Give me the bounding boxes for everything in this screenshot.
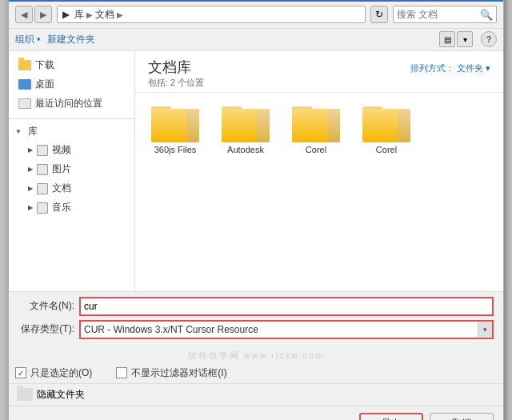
content-subtitle: 包括: 2 个位置 <box>148 77 204 89</box>
folder-label-360js: 360js Files <box>154 145 197 154</box>
sidebar-item-download[interactable]: 下载 <box>9 56 134 75</box>
sidebar-item-docs[interactable]: ▶ 文档 <box>9 179 134 198</box>
sidebar-item-pictures[interactable]: ▶ 图片 <box>9 160 134 179</box>
view-icon-button[interactable]: ▤ <box>439 31 455 47</box>
help-button[interactable]: ? <box>481 31 497 47</box>
only-selected-box[interactable]: ✓ <box>15 367 26 378</box>
video-lib-icon <box>37 145 48 156</box>
watermark: 软件自学网 www.rjzxw.com <box>9 348 503 363</box>
nav-buttons: ◀ ▶ <box>15 6 52 23</box>
only-selected-label: 只是选定的(O) <box>30 366 92 380</box>
filetype-label: 保存类型(T): <box>18 322 74 336</box>
folder-icon-corel1 <box>292 104 340 142</box>
lib-expand-icon: ▼ <box>15 128 22 135</box>
hidden-folder-label: 隐藏文件夹 <box>37 388 85 402</box>
music-lib-icon <box>37 202 48 214</box>
filename-row: 文件名(N): <box>18 297 494 316</box>
new-folder-button[interactable]: 新建文件夹 <box>47 33 95 46</box>
folder-label-autodesk: Autodesk <box>227 145 264 154</box>
filetype-value: CUR - Windows 3.x/NT Cursor Resource <box>81 322 478 337</box>
sort-value[interactable]: 文件夹 <box>457 62 483 74</box>
checkbox-row: ✓ 只是选定的(O) 不显示过滤器对话框(I) <box>9 363 503 383</box>
docs-expand-icon: ▶ <box>28 185 33 192</box>
organize-button[interactable]: 组织 ▾ <box>15 33 41 46</box>
folder-icon-corel2 <box>362 104 410 142</box>
refresh-icon: ↻ <box>375 9 383 20</box>
content-header: 文档库 包括: 2 个位置 排列方式： 文件夹 ▾ <box>135 51 503 93</box>
no-filter-label: 不显示过滤器对话框(I) <box>131 366 226 380</box>
no-filter-box[interactable] <box>116 367 127 378</box>
search-box[interactable]: 🔍 <box>393 6 497 23</box>
no-filter-checkbox[interactable]: 不显示过滤器对话框(I) <box>116 366 226 380</box>
content-title: 文档库 <box>148 58 204 77</box>
back-button[interactable]: ◀ <box>15 6 33 23</box>
search-icon: 🔍 <box>480 7 493 22</box>
folder-item-autodesk[interactable]: Autodesk <box>214 101 278 158</box>
filename-input-wrap <box>79 297 494 316</box>
action-row: 导出 取消 <box>9 406 503 421</box>
second-toolbar: 组织 ▾ 新建文件夹 ▤ ▾ ? <box>9 29 503 51</box>
search-input[interactable] <box>397 9 480 20</box>
breadcrumb-arrow: ▶ <box>62 9 70 20</box>
sidebar-item-desktop[interactable]: 桌面 <box>9 75 134 94</box>
cancel-button[interactable]: 取消 <box>430 413 494 421</box>
pictures-expand-icon: ▶ <box>28 166 33 173</box>
folder-item-corel2[interactable]: Corel <box>354 101 418 158</box>
filename-label: 文件名(N): <box>18 299 74 313</box>
address-toolbar: ◀ ▶ ▶ 库 ▶ 文档 ▶ ↻ 🔍 <box>9 2 503 29</box>
forward-button[interactable]: ▶ <box>34 6 52 23</box>
breadcrumb-docs[interactable]: 文档 <box>95 8 114 22</box>
sidebar-quick-access: 下载 桌面 最近访问的位置 <box>9 54 134 115</box>
filetype-row: 保存类型(T): CUR - Windows 3.x/NT Cursor Res… <box>18 320 494 339</box>
filetype-select-wrap[interactable]: CUR - Windows 3.x/NT Cursor Resource ▾ <box>79 320 494 339</box>
view-controls: ▤ ▾ ? <box>439 31 497 47</box>
main-area: 下载 桌面 最近访问的位置 ▼ 库 ▶ 视频 <box>9 51 503 291</box>
folders-grid: 360js Files Autodesk C <box>135 93 503 291</box>
sort-label: 排列方式： <box>410 62 454 74</box>
pictures-lib-icon <box>37 164 48 175</box>
sidebar-item-music[interactable]: ▶ 音乐 <box>9 198 134 218</box>
sidebar-group-lib[interactable]: ▼ 库 <box>9 122 134 141</box>
desktop-icon <box>18 79 31 90</box>
hidden-folder-row[interactable]: 隐藏文件夹 <box>9 383 503 406</box>
breadcrumb[interactable]: ▶ 库 ▶ 文档 ▶ <box>57 6 366 23</box>
music-expand-icon: ▶ <box>28 204 33 211</box>
folder-icon-autodesk <box>222 104 270 142</box>
sidebar-divider <box>9 118 134 119</box>
sort-arrow[interactable]: ▾ <box>486 63 490 74</box>
refresh-button[interactable]: ↻ <box>370 6 388 23</box>
content-area: 文档库 包括: 2 个位置 排列方式： 文件夹 ▾ 360js Files <box>135 51 503 291</box>
folder-item-360js[interactable]: 360js Files <box>143 101 207 158</box>
export-dialog: 导出 ─ □ ✕ ◀ ▶ ▶ 库 ▶ 文档 ▶ ↻ 🔍 组织 <box>8 0 504 420</box>
docs-lib-icon <box>37 183 48 194</box>
sidebar-item-recent[interactable]: 最近访问的位置 <box>9 94 134 114</box>
breadcrumb-lib[interactable]: 库 <box>74 8 84 22</box>
view-arrow-button[interactable]: ▾ <box>457 31 473 47</box>
hidden-folder-icon <box>17 388 33 401</box>
sidebar-item-video[interactable]: ▶ 视频 <box>9 141 134 160</box>
folder-icon-360js <box>151 104 199 142</box>
folder-label-corel2: Corel <box>376 145 397 154</box>
filetype-arrow[interactable]: ▾ <box>478 322 492 338</box>
folder-label-corel1: Corel <box>306 145 326 154</box>
bottom-form: 文件名(N): 保存类型(T): CUR - Windows 3.x/NT Cu… <box>9 291 503 348</box>
only-selected-checkbox[interactable]: ✓ 只是选定的(O) <box>15 366 92 380</box>
folder-item-corel1[interactable]: Corel <box>284 101 348 158</box>
download-folder-icon <box>18 60 31 70</box>
export-button[interactable]: 导出 <box>359 413 423 421</box>
video-expand-icon: ▶ <box>28 146 33 154</box>
filename-input[interactable] <box>81 299 492 314</box>
recent-icon <box>18 98 31 109</box>
sidebar: 下载 桌面 最近访问的位置 ▼ 库 ▶ 视频 <box>9 51 135 291</box>
